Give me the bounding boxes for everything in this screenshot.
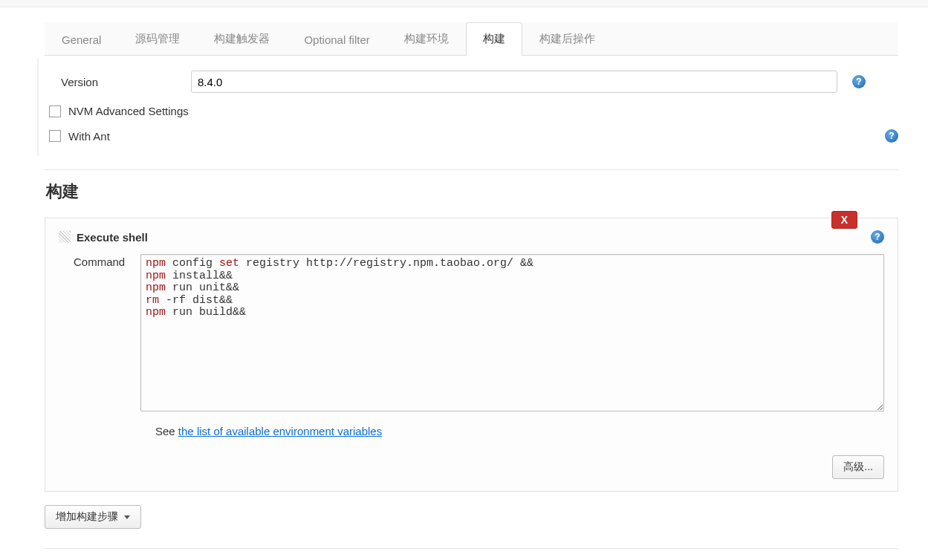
step-header: Execute shell ? (59, 230, 884, 244)
help-icon[interactable]: ? (852, 75, 866, 88)
nvm-advanced-checkbox[interactable] (49, 105, 61, 117)
build-env-continued: Version ? NVM Advanced Settings With Ant… (37, 59, 898, 156)
top-bar (0, 0, 928, 7)
drag-handle-icon[interactable] (59, 231, 71, 243)
tab-build[interactable]: 构建 (466, 22, 522, 56)
chevron-down-icon (124, 515, 130, 519)
step-title: Execute shell (77, 231, 148, 244)
tab-post-build[interactable]: 构建后操作 (522, 22, 612, 56)
version-input[interactable] (191, 71, 837, 93)
env-vars-link[interactable]: the list of available environment variab… (178, 425, 382, 437)
divider (45, 548, 898, 549)
help-icon[interactable]: ? (871, 230, 884, 244)
divider (45, 169, 898, 170)
command-row: Command npm config set registry http://r… (59, 254, 884, 411)
with-ant-label: With Ant (68, 130, 110, 143)
build-step-execute-shell: X Execute shell ? Command npm config set… (45, 218, 898, 492)
tab-triggers[interactable]: 构建触发器 (197, 22, 287, 56)
nvm-advanced-label: NVM Advanced Settings (68, 105, 189, 117)
config-tabs: General 源码管理 构建触发器 Optional filter 构建环境 … (45, 22, 898, 56)
version-row: Version ? (46, 69, 898, 94)
help-icon[interactable]: ? (885, 129, 898, 143)
add-build-step-label: 增加构建步骤 (56, 510, 118, 524)
delete-step-button[interactable]: X (831, 211, 857, 229)
tab-general[interactable]: General (45, 24, 118, 56)
env-vars-note: See the list of available environment va… (155, 425, 884, 437)
version-label: Version (46, 76, 191, 88)
with-ant-checkbox[interactable] (49, 130, 61, 142)
advanced-button[interactable]: 高级... (832, 455, 884, 479)
see-prefix: See (155, 425, 178, 437)
nvm-advanced-row: NVM Advanced Settings (46, 99, 898, 123)
add-build-step-button[interactable]: 增加构建步骤 (45, 505, 141, 529)
tab-scm[interactable]: 源码管理 (118, 22, 197, 56)
advanced-row: 高级... (59, 455, 884, 479)
tab-optional-filter[interactable]: Optional filter (287, 24, 386, 56)
command-label: Command (59, 254, 140, 268)
with-ant-row: With Ant ? (46, 123, 898, 149)
build-section-title: 构建 (46, 180, 898, 203)
command-textarea[interactable]: npm config set registry http://registry.… (140, 254, 884, 411)
tab-build-env[interactable]: 构建环境 (387, 22, 466, 56)
